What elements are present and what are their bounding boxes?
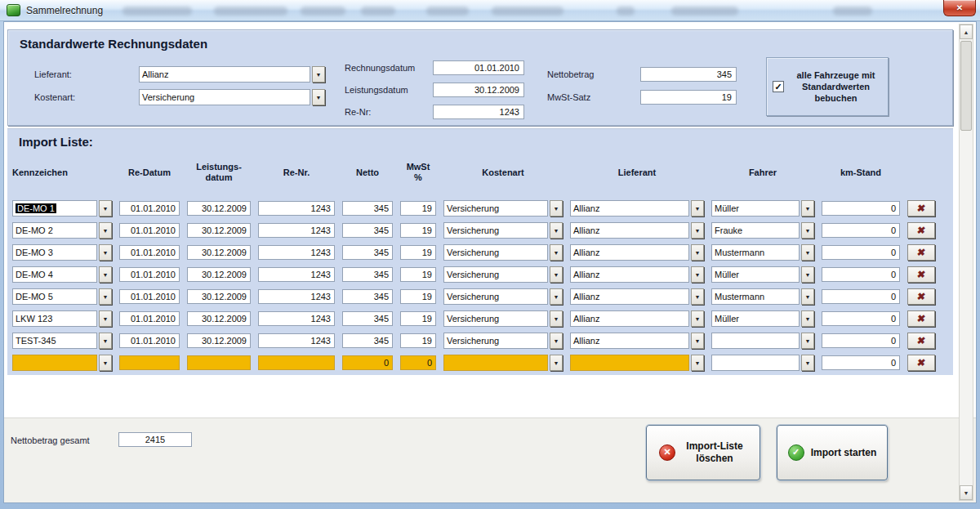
lieferant-value[interactable]: Allianz <box>139 66 310 83</box>
fahrer-combo[interactable]: Müller▼ <box>711 310 814 327</box>
re-datum-cell[interactable]: 01.01.2010 <box>119 333 180 348</box>
chevron-down-icon[interactable]: ▼ <box>801 288 814 305</box>
netto-cell[interactable]: 345 <box>342 245 393 260</box>
delete-row-button[interactable]: ✖ <box>907 310 935 327</box>
kennzeichen-combo[interactable]: TEST-345▼ <box>12 333 112 349</box>
lieferant-combo[interactable]: Allianz▼ <box>570 288 704 305</box>
leistungsdatum-cell[interactable] <box>187 355 251 370</box>
chevron-down-icon[interactable]: ▼ <box>550 288 563 305</box>
vertical-scrollbar[interactable]: ▲ ▼ <box>959 24 973 501</box>
chevron-down-icon[interactable]: ▼ <box>99 288 112 305</box>
kennzeichen-combo[interactable]: DE-MO 3▼ <box>12 244 112 261</box>
chevron-down-icon[interactable]: ▼ <box>99 222 112 239</box>
chevron-down-icon[interactable]: ▼ <box>801 333 814 349</box>
mwst-cell[interactable]: 19 <box>400 267 436 282</box>
leistungsdatum-cell[interactable]: 30.12.2009 <box>187 267 251 282</box>
netto-cell[interactable]: 345 <box>342 311 393 326</box>
chevron-down-icon[interactable]: ▼ <box>801 222 814 239</box>
kostenart-combo[interactable]: ▼ <box>443 355 563 371</box>
delete-row-button[interactable]: ✖ <box>907 355 935 371</box>
leistungsdatum-cell[interactable]: 30.12.2009 <box>187 333 251 348</box>
chevron-down-icon[interactable]: ▼ <box>99 333 112 349</box>
re-datum-cell[interactable]: 01.01.2010 <box>119 289 180 304</box>
kostenart-combo[interactable]: Versicherung▼ <box>443 244 563 261</box>
leistungsdatum-cell[interactable]: 30.12.2009 <box>187 245 251 260</box>
netto-cell[interactable]: 345 <box>342 201 393 216</box>
nettobetrag-field[interactable]: 345 <box>640 67 737 82</box>
kennzeichen-combo[interactable]: ▼ <box>12 355 112 371</box>
chevron-down-icon[interactable]: ▼ <box>801 266 814 283</box>
km-stand-cell[interactable]: 0 <box>822 289 900 304</box>
delete-row-button[interactable]: ✖ <box>907 288 935 305</box>
delete-row-button[interactable]: ✖ <box>907 266 935 283</box>
re-datum-cell[interactable]: 01.01.2010 <box>119 201 180 216</box>
leistungsdatum-cell[interactable]: 30.12.2009 <box>187 289 251 304</box>
chevron-down-icon[interactable]: ▼ <box>691 222 704 239</box>
chevron-down-icon[interactable]: ▼ <box>550 355 563 371</box>
chevron-down-icon[interactable]: ▼ <box>801 355 814 371</box>
import-starten-button[interactable]: ✓ Import starten <box>777 425 888 480</box>
standardwerte-checkbox[interactable]: ✓ <box>773 81 784 92</box>
re-nr-cell[interactable]: 1243 <box>258 289 335 304</box>
kennzeichen-combo[interactable]: LKW 123▼ <box>12 310 112 327</box>
close-button[interactable]: ✕ <box>943 0 976 16</box>
kostenart-combo[interactable]: Versicherung▼ <box>443 288 563 305</box>
mwst-cell[interactable]: 19 <box>400 223 436 238</box>
re-nr-cell[interactable] <box>258 355 335 370</box>
chevron-down-icon[interactable]: ▼ <box>801 244 814 261</box>
scrollbar-thumb[interactable] <box>960 41 972 131</box>
chevron-down-icon[interactable]: ▼ <box>312 66 325 83</box>
km-stand-cell[interactable]: 0 <box>822 245 900 260</box>
fahrer-combo[interactable]: Mustermann▼ <box>711 244 814 261</box>
chevron-down-icon[interactable]: ▼ <box>691 333 704 349</box>
mwst-cell[interactable]: 19 <box>400 311 436 326</box>
chevron-down-icon[interactable]: ▼ <box>550 333 563 349</box>
mwst-cell[interactable]: 19 <box>400 289 436 304</box>
scroll-up-button[interactable]: ▲ <box>960 25 973 39</box>
fahrer-combo[interactable]: Müller▼ <box>711 200 814 217</box>
fahrer-combo[interactable]: ▼ <box>711 333 814 349</box>
netto-cell[interactable]: 345 <box>342 267 393 282</box>
chevron-down-icon[interactable]: ▼ <box>99 200 112 217</box>
chevron-down-icon[interactable]: ▼ <box>550 200 563 217</box>
re-nr-cell[interactable]: 1243 <box>258 333 335 348</box>
kostenart-combo[interactable]: Versicherung▼ <box>443 200 563 217</box>
kostenart-combo[interactable]: Versicherung▼ <box>443 222 563 239</box>
delete-row-button[interactable]: ✖ <box>907 333 935 349</box>
lieferant-combo[interactable]: Allianz▼ <box>570 222 704 239</box>
mwst-cell[interactable]: 19 <box>400 333 436 348</box>
netto-cell[interactable]: 345 <box>342 289 393 304</box>
mwst-satz-field[interactable]: 19 <box>640 90 737 105</box>
chevron-down-icon[interactable]: ▼ <box>550 310 563 327</box>
scroll-down-button[interactable]: ▼ <box>960 485 973 500</box>
km-stand-cell[interactable]: 0 <box>822 333 900 348</box>
netto-cell[interactable]: 345 <box>342 223 393 238</box>
re-datum-cell[interactable] <box>119 355 180 370</box>
mwst-cell[interactable]: 19 <box>400 201 436 216</box>
chevron-down-icon[interactable]: ▼ <box>691 266 704 283</box>
chevron-down-icon[interactable]: ▼ <box>312 89 325 105</box>
kennzeichen-combo[interactable]: DE-MO 5▼ <box>12 288 112 305</box>
chevron-down-icon[interactable]: ▼ <box>99 244 112 261</box>
delete-row-button[interactable]: ✖ <box>907 244 935 261</box>
chevron-down-icon[interactable]: ▼ <box>801 310 814 327</box>
re-nr-cell[interactable]: 1243 <box>258 311 335 326</box>
re-nr-field[interactable]: 1243 <box>433 105 524 119</box>
import-liste-loeschen-button[interactable]: ✕ Import-Liste löschen <box>646 425 760 480</box>
chevron-down-icon[interactable]: ▼ <box>550 266 563 283</box>
chevron-down-icon[interactable]: ▼ <box>99 355 112 371</box>
re-nr-cell[interactable]: 1243 <box>258 245 335 260</box>
chevron-down-icon[interactable]: ▼ <box>691 288 704 305</box>
km-stand-cell[interactable]: 0 <box>822 223 900 238</box>
km-stand-cell[interactable]: 0 <box>822 355 900 370</box>
kostenart-combo[interactable]: Versicherung▼ <box>139 89 325 105</box>
chevron-down-icon[interactable]: ▼ <box>691 310 704 327</box>
chevron-down-icon[interactable]: ▼ <box>691 355 704 371</box>
re-nr-cell[interactable]: 1243 <box>258 223 335 238</box>
leistungsdatum-cell[interactable]: 30.12.2009 <box>187 201 251 216</box>
re-nr-cell[interactable]: 1243 <box>258 201 335 216</box>
fahrer-combo[interactable]: Mustermann▼ <box>711 288 814 305</box>
fahrer-combo[interactable]: Frauke▼ <box>711 222 814 239</box>
kostenart-value[interactable]: Versicherung <box>139 89 310 105</box>
mwst-cell[interactable]: 0 <box>400 355 436 370</box>
